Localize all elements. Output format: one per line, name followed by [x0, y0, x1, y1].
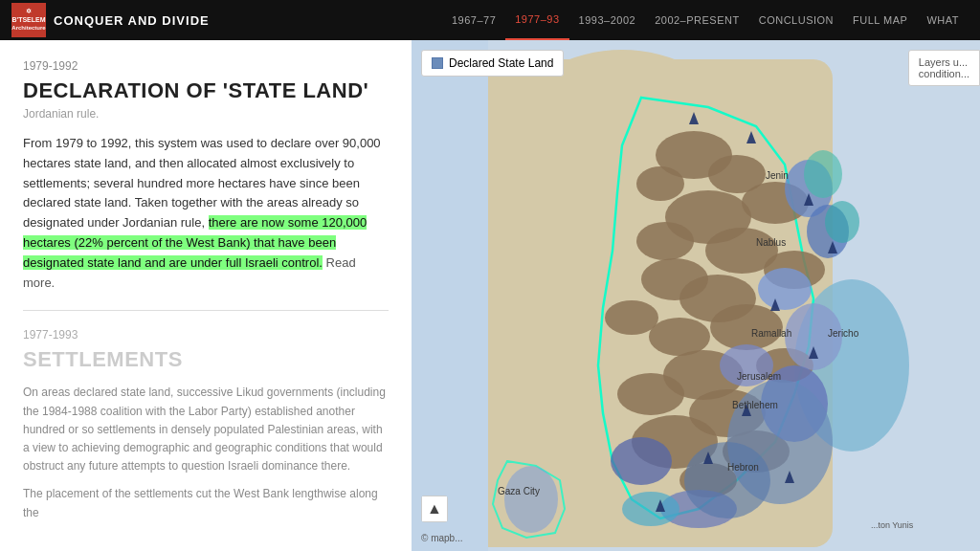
left-panel[interactable]: 1979-1992 DECLARATION OF 'STATE LAND' Jo…: [0, 40, 412, 551]
legend-label: Declared State Land: [449, 56, 553, 70]
svg-text:Jericho: Jericho: [828, 328, 859, 339]
logo-area: ✡B'TSELEMArchitecture CONQUER AND DIVIDE: [11, 3, 210, 37]
section1-body: From 1979 to 1992, this system was used …: [23, 134, 389, 293]
logo-icon: ✡B'TSELEMArchitecture: [11, 3, 46, 37]
nav-1967[interactable]: 1967–77: [442, 0, 505, 40]
site-title: CONQUER AND DIVIDE: [54, 13, 210, 28]
layers-info: Layers u...condition...: [908, 50, 980, 86]
svg-text:Gaza City: Gaza City: [498, 486, 540, 496]
section2-body2: The placement of the settlements cut the…: [23, 485, 389, 521]
layers-text: Layers u...condition...: [919, 56, 969, 79]
section2-title: SETTLEMENTS: [23, 347, 389, 372]
section-divider: [23, 310, 389, 311]
svg-text:Hebron: Hebron: [727, 462, 759, 473]
main-nav: 1967–77 1977–93 1993–2002 2002–PRESENT C…: [442, 0, 969, 40]
svg-text:Bethlehem: Bethlehem: [732, 400, 778, 410]
svg-rect-4: [412, 40, 488, 551]
map-panel[interactable]: Declared State Land Layers u...condition…: [412, 40, 980, 551]
svg-point-20: [617, 373, 684, 415]
zoom-in-button[interactable]: ▲: [422, 496, 447, 521]
svg-point-48: [504, 466, 558, 533]
section1-year: 1979-1992: [23, 59, 389, 73]
nav-1993[interactable]: 1993–2002: [569, 0, 646, 40]
svg-point-35: [804, 150, 842, 198]
map-svg: Jenin Nablus Tel Aviv-Yafo Ramallah Jeri…: [412, 40, 980, 551]
svg-point-31: [611, 437, 672, 485]
svg-point-34: [684, 442, 770, 518]
svg-text:Jenin: Jenin: [766, 170, 789, 181]
nav-fullmap[interactable]: FULL MAP: [843, 0, 917, 40]
section1-title: DECLARATION OF 'STATE LAND': [23, 78, 389, 103]
section1-subtitle: Jordanian rule.: [23, 107, 389, 121]
section2-body: On areas declared state land, successive…: [23, 384, 389, 475]
nav-2002[interactable]: 2002–PRESENT: [645, 0, 749, 40]
main-content: 1979-1992 DECLARATION OF 'STATE LAND' Jo…: [0, 40, 980, 551]
svg-text:Jerusalem: Jerusalem: [737, 371, 781, 382]
svg-point-36: [825, 201, 859, 243]
header: ✡B'TSELEMArchitecture CONQUER AND DIVIDE…: [0, 0, 980, 40]
nav-conclusion[interactable]: CONCLUSION: [749, 0, 843, 40]
svg-point-37: [622, 492, 679, 526]
svg-point-27: [758, 268, 812, 310]
legend-color-square: [432, 57, 443, 69]
svg-text:...ton Yunis: ...ton Yunis: [871, 520, 914, 530]
svg-text:Ramallah: Ramallah: [751, 328, 791, 339]
svg-text:Nablus: Nablus: [756, 237, 786, 248]
nav-what[interactable]: WHAT: [917, 0, 969, 40]
svg-point-16: [649, 318, 710, 356]
attribution-text: © mapb...: [421, 533, 463, 543]
nav-1977[interactable]: 1977–93: [505, 0, 568, 40]
svg-point-10: [636, 222, 694, 260]
map-legend: Declared State Land: [421, 50, 564, 77]
svg-point-15: [605, 300, 658, 335]
svg-point-7: [636, 166, 684, 201]
section2-year: 1977-1993: [23, 328, 389, 342]
zoom-control[interactable]: ▲: [421, 496, 448, 522]
section1: 1979-1992 DECLARATION OF 'STATE LAND' Jo…: [23, 59, 389, 293]
map-attribution: © mapb...: [421, 533, 463, 543]
svg-point-17: [710, 304, 783, 350]
section2: 1977-1993 SETTLEMENTS On areas declared …: [23, 328, 389, 521]
